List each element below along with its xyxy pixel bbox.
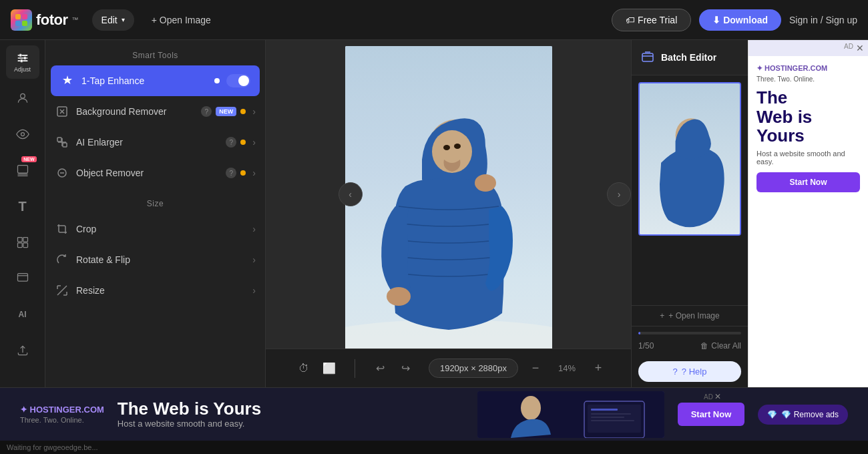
open-image-label: + Open Image xyxy=(668,311,719,320)
edit-label: Edit xyxy=(101,15,118,25)
bg-remover-help[interactable]: ? xyxy=(201,106,212,117)
svg-rect-16 xyxy=(23,243,27,248)
object-remover-badges: ? xyxy=(226,168,246,178)
sidebar-item-layers[interactable]: NEW xyxy=(6,154,39,187)
diamond-icon: 💎 xyxy=(767,410,777,419)
ad-close-bar: AD ✕ xyxy=(748,40,868,56)
timer-button[interactable]: ⏱ xyxy=(292,357,316,381)
collapse-panel-button[interactable]: ‹ xyxy=(339,182,363,206)
sidebar-item-adjust[interactable]: Adjust xyxy=(6,45,39,79)
compare-button[interactable]: ⬜ xyxy=(317,357,341,381)
bottom-ad-text-area: The Web is Yours Host a website smooth a… xyxy=(118,400,261,429)
canvas-image xyxy=(345,46,552,349)
resize-label: Resize xyxy=(76,285,246,296)
tool-one-tap-enhance[interactable]: 1-Tap Enhance xyxy=(51,65,260,96)
bg-remover-label: Background Remover xyxy=(76,106,194,117)
chevron-down-icon: ▾ xyxy=(122,16,125,23)
bottom-ad-subtext: Host a website smooth and easy. xyxy=(118,419,261,429)
sidebar-item-portrait[interactable] xyxy=(6,81,39,115)
logo-icon xyxy=(11,9,32,31)
svg-rect-19 xyxy=(57,138,61,142)
ai-enlarger-label: AI Enlarger xyxy=(76,137,219,148)
logo-text: fotor xyxy=(36,11,68,29)
tool-ai-enlarger[interactable]: AI Enlarger ? › xyxy=(45,127,265,158)
bottom-ad-bar: ✦ HOSTINGER.COM Three. Two. Online. The … xyxy=(0,387,868,441)
help-button[interactable]: ? ? Help xyxy=(638,361,741,382)
object-remover-label: Object Remover xyxy=(76,168,219,178)
tool-rotate-flip[interactable]: Rotate & Flip › xyxy=(45,244,265,275)
bottom-ad-close-button[interactable]: ✕ xyxy=(714,392,721,401)
sidebar-item-ai[interactable]: AI xyxy=(6,298,39,331)
svg-rect-37 xyxy=(591,409,618,411)
svg-rect-40 xyxy=(591,420,634,421)
object-remover-chevron: › xyxy=(252,168,256,178)
batch-open-image[interactable]: + + Open Image xyxy=(632,305,748,326)
download-button[interactable]: ⬇ Download xyxy=(699,9,781,31)
sidebar-item-upload[interactable] xyxy=(6,334,39,367)
remove-ads-button[interactable]: 💎 💎 Remove ads xyxy=(758,405,848,425)
batch-editor-icon xyxy=(640,49,656,65)
svg-point-41 xyxy=(521,396,541,420)
crop-chevron: › xyxy=(252,224,256,234)
ai-enlarger-help[interactable]: ? xyxy=(226,137,236,148)
svg-point-29 xyxy=(443,145,450,150)
history-group: ⏱ ⬜ xyxy=(286,357,347,381)
sidebar-item-elements[interactable] xyxy=(6,226,39,259)
ai-enlarger-dot xyxy=(240,140,246,145)
new-badge: NEW xyxy=(21,156,36,162)
clear-all-button[interactable]: 🗑 Clear All xyxy=(700,341,741,351)
object-remover-help[interactable]: ? xyxy=(226,168,236,178)
zoom-out-button[interactable]: − xyxy=(523,357,548,381)
svg-point-27 xyxy=(475,174,496,192)
bg-remover-dot xyxy=(240,109,246,114)
ad-close-button[interactable]: ✕ xyxy=(856,43,864,53)
undo-button[interactable]: ↩ xyxy=(369,357,393,381)
redo-button[interactable]: ↪ xyxy=(394,357,418,381)
enhance-dot xyxy=(214,78,220,83)
free-trial-button[interactable]: 🏷 Free Trial xyxy=(612,9,691,31)
crop-icon xyxy=(55,222,69,236)
trash-icon: 🗑 xyxy=(700,341,708,351)
adjust-label: Adjust xyxy=(14,66,31,73)
help-icon: ? xyxy=(673,367,678,377)
expand-right-button[interactable]: › xyxy=(607,182,631,206)
ai-enlarger-badges: ? xyxy=(226,137,246,148)
sidebar-item-stickers[interactable] xyxy=(6,262,39,295)
svg-rect-13 xyxy=(17,238,22,242)
enhance-toggle[interactable] xyxy=(226,74,250,87)
batch-editor-header: Batch Editor xyxy=(632,40,748,75)
bottom-ad-cta-button[interactable]: Start Now xyxy=(678,403,745,426)
bottom-ad-headline: The Web is Yours xyxy=(118,400,261,417)
svg-rect-38 xyxy=(591,413,631,415)
ai-icon: AI xyxy=(19,310,27,319)
enhance-label: 1-Tap Enhance xyxy=(81,75,208,86)
enhance-icon xyxy=(60,73,75,88)
open-image-button[interactable]: + Open Image xyxy=(142,9,220,31)
zoom-in-button[interactable]: + xyxy=(586,357,610,381)
topbar: fotor ™ Edit ▾ + Open Image 🏷 Free Trial… xyxy=(0,0,868,40)
svg-point-26 xyxy=(387,287,411,306)
ad-cta-button[interactable]: Start Now xyxy=(756,172,860,192)
sidebar-item-text[interactable]: T xyxy=(6,190,39,223)
ad-headline: TheWeb isYours xyxy=(756,88,860,146)
object-remover-icon xyxy=(55,166,69,180)
edit-button[interactable]: Edit ▾ xyxy=(92,9,134,31)
signin-link[interactable]: Sign in / Sign up xyxy=(789,15,857,25)
main-area: Adjust NEW T AI Smart Tools xyxy=(0,40,868,387)
tool-crop[interactable]: Crop › xyxy=(45,214,265,244)
ad-label: AD xyxy=(844,43,853,53)
bg-remover-icon xyxy=(55,104,69,119)
tool-resize[interactable]: Resize › xyxy=(45,275,265,306)
image-thumbnail xyxy=(638,82,741,236)
svg-point-10 xyxy=(20,93,25,98)
ai-enlarger-chevron: › xyxy=(252,137,256,148)
progress-bar-area xyxy=(632,326,748,337)
tool-object-remover[interactable]: Object Remover ? › xyxy=(45,158,265,188)
ad-panel: AD ✕ ✦ HOSTINGER.COM Three. Two. Online.… xyxy=(748,40,868,387)
sidebar-item-eye[interactable] xyxy=(6,118,39,151)
bottom-ad-logo: ✦ HOSTINGER.COM xyxy=(20,405,104,415)
svg-rect-3 xyxy=(22,21,27,26)
tool-background-remover[interactable]: Background Remover ? NEW › xyxy=(45,96,265,127)
icon-bar: Adjust NEW T AI xyxy=(0,40,45,387)
thumbnail-area xyxy=(632,75,748,305)
